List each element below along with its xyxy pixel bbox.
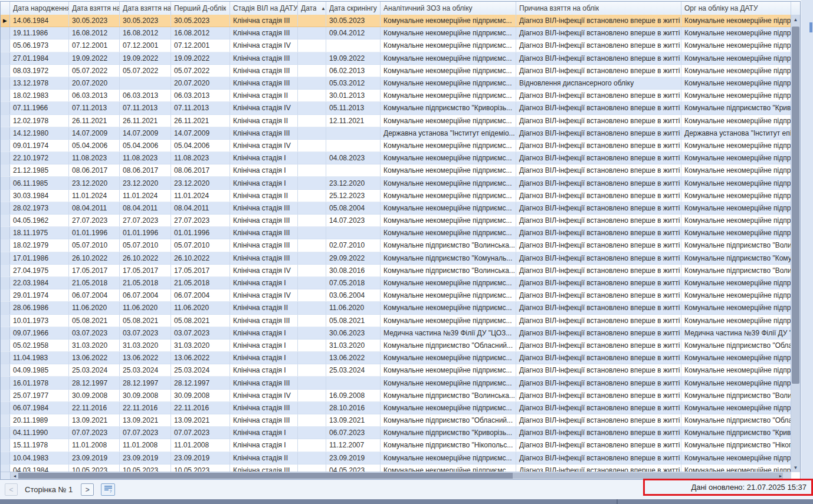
cell[interactable]: 20.07.2020: [69, 77, 120, 89]
cell[interactable]: 23.09.2019: [171, 452, 230, 464]
table-row[interactable]: 09.07.196603.07.202303.07.202303.07.2023…: [1, 327, 791, 340]
table-row[interactable]: 06.11.198523.12.202023.12.202023.12.2020…: [1, 177, 791, 189]
cell[interactable]: 13.06.2022: [171, 352, 230, 364]
cell[interactable]: 08.03.1972: [10, 65, 69, 77]
cell[interactable]: 16.09.2008: [326, 390, 381, 401]
cell[interactable]: Діагноз ВІЛ-інфекції встановлено вперше …: [516, 127, 681, 139]
cell[interactable]: 15.11.1978: [10, 439, 69, 451]
cell[interactable]: Комунальне підприємство "Обласний...: [381, 340, 516, 351]
cell[interactable]: [298, 315, 326, 327]
cell[interactable]: 19.09.2022: [69, 52, 120, 64]
cell[interactable]: 31.03.2020: [171, 340, 230, 351]
cell[interactable]: 27.01.1984: [10, 52, 69, 64]
cell[interactable]: Комунальне некомерційне підпр: [681, 352, 791, 364]
cell[interactable]: Комунальне некомерційне підпр: [681, 140, 791, 151]
row-selector-cell[interactable]: [1, 65, 10, 77]
cell[interactable]: 13.09.2021: [120, 414, 171, 426]
cell[interactable]: Комунальне некомерційне підприємс...: [381, 65, 516, 77]
cell[interactable]: [298, 402, 326, 414]
row-count-button[interactable]: ?: [101, 483, 115, 496]
cell[interactable]: 16.08.2012: [120, 27, 171, 39]
cell[interactable]: 21.05.2018: [120, 277, 171, 289]
cell[interactable]: [120, 77, 171, 89]
cell[interactable]: [298, 427, 326, 439]
table-row[interactable]: 05.06.197307.12.200107.12.200107.12.2001…: [1, 39, 791, 52]
cell[interactable]: 11.08.2023: [171, 152, 230, 164]
cell[interactable]: 01.01.1996: [69, 227, 120, 239]
cell[interactable]: 27.07.2023: [171, 215, 230, 226]
cell[interactable]: 19.09.2022: [171, 52, 230, 64]
cell[interactable]: Комунальне некомерційне підприємс...: [381, 277, 516, 289]
table-row[interactable]: 04.11.199007.07.202307.07.202307.07.2023…: [1, 427, 791, 439]
cell[interactable]: 06.02.2013: [326, 65, 381, 77]
cell[interactable]: Комунальне некомерційне підпр: [681, 65, 791, 77]
row-selector-cell[interactable]: [1, 414, 10, 426]
row-selector-cell[interactable]: [1, 102, 10, 114]
cell[interactable]: Комунальне некомерційне підпр: [681, 452, 791, 464]
cell[interactable]: 20.11.1989: [10, 414, 69, 426]
cell[interactable]: 06.07.2004: [171, 289, 230, 301]
table-row[interactable]: 04.05.196227.07.202327.07.202327.07.2023…: [1, 215, 791, 227]
cell[interactable]: 10.04.1983: [10, 452, 69, 464]
cell[interactable]: 12.11.2021: [326, 115, 381, 127]
cell[interactable]: Комунальне некомерційне підпр: [681, 364, 791, 376]
cell[interactable]: 16.08.2012: [171, 27, 230, 39]
cell[interactable]: [298, 177, 326, 189]
cell[interactable]: 17.05.2017: [120, 265, 171, 276]
cell[interactable]: Клінічна стадія II: [230, 452, 298, 464]
cell[interactable]: Діагноз ВІЛ-інфекції встановлено вперше …: [516, 202, 681, 214]
cell[interactable]: 11.01.2008: [120, 439, 171, 451]
cell[interactable]: Комунальне некомерційне підприємс...: [381, 315, 516, 327]
cell[interactable]: Клінічна стадія III: [230, 202, 298, 214]
cell[interactable]: 05.08.2021: [326, 315, 381, 327]
row-selector-cell[interactable]: [1, 364, 10, 376]
cell[interactable]: 03.07.2023: [171, 327, 230, 339]
table-row[interactable]: 06.07.198422.11.201622.11.201622.11.2016…: [1, 402, 791, 414]
cell[interactable]: 13.06.2022: [120, 352, 171, 364]
cell[interactable]: [326, 377, 381, 388]
cell[interactable]: 10.01.1973: [10, 315, 69, 327]
cell[interactable]: Комунальне некомерційне підприємс...: [381, 377, 516, 388]
horizontal-scroll-thumb[interactable]: [18, 473, 513, 479]
cell[interactable]: Комунальне некомерційне підприємс...: [381, 215, 516, 226]
row-selector-cell[interactable]: [1, 402, 10, 414]
cell[interactable]: Діагноз ВІЛ-інфекції встановлено вперше …: [516, 52, 681, 64]
cell[interactable]: Комунальне некомерційне підпр: [681, 377, 791, 388]
cell[interactable]: 11.08.2023: [69, 152, 120, 164]
table-row[interactable]: 20.11.198913.09.202113.09.202113.09.2021…: [1, 414, 791, 427]
cell[interactable]: 06.03.2013: [171, 90, 230, 101]
cell[interactable]: 30.09.2008: [69, 390, 120, 401]
cell[interactable]: 19.09.2022: [326, 52, 381, 64]
cell[interactable]: Клінічна стадія I: [230, 340, 298, 351]
row-selector-cell[interactable]: [1, 115, 10, 127]
cell[interactable]: Комунальне некомерційне підприємс...: [381, 227, 516, 239]
cell[interactable]: [326, 140, 381, 151]
table-row[interactable]: 28.06.198611.06.202011.06.202011.06.2020…: [1, 302, 791, 314]
cell[interactable]: [298, 65, 326, 77]
cell[interactable]: 25.07.1977: [10, 390, 69, 401]
cell[interactable]: Комунальне підприємство "Обла: [681, 414, 791, 426]
row-selector-cell[interactable]: [1, 289, 10, 301]
cell[interactable]: 29.09.2022: [326, 252, 381, 264]
cell[interactable]: Комунальне підприємство "Нікоп: [681, 439, 791, 451]
cell[interactable]: Клінічна стадія IV: [230, 289, 298, 301]
cell[interactable]: Діагноз ВІЛ-інфекції встановлено вперше …: [516, 289, 681, 301]
column-header-9[interactable]: Причина взяття на облік: [516, 2, 681, 15]
cell[interactable]: [298, 127, 326, 139]
cell[interactable]: 14.07.2009: [171, 127, 230, 139]
cell[interactable]: 05.07.2010: [120, 239, 171, 251]
cell[interactable]: Комунальне некомерційне підпр: [681, 315, 791, 327]
cell[interactable]: [298, 439, 326, 451]
cell[interactable]: [326, 39, 381, 51]
cell[interactable]: Клінічна стадія III: [230, 414, 298, 426]
cell[interactable]: Комунальне некомерційне підприємс...: [381, 140, 516, 151]
cell[interactable]: 14.06.1984: [10, 15, 69, 27]
cell[interactable]: 30.06.2023: [326, 327, 381, 339]
table-row[interactable]: 18.02.197905.07.201005.07.201005.07.2010…: [1, 239, 791, 252]
cell[interactable]: 05.07.2010: [69, 239, 120, 251]
cell[interactable]: [298, 364, 326, 376]
row-selector-cell[interactable]: [1, 377, 10, 388]
cell[interactable]: Діагноз ВІЛ-інфекції встановлено вперше …: [516, 252, 681, 264]
table-row[interactable]: 14.12.198014.07.200914.07.200914.07.2009…: [1, 127, 791, 140]
cell[interactable]: 19.11.1986: [10, 27, 69, 39]
